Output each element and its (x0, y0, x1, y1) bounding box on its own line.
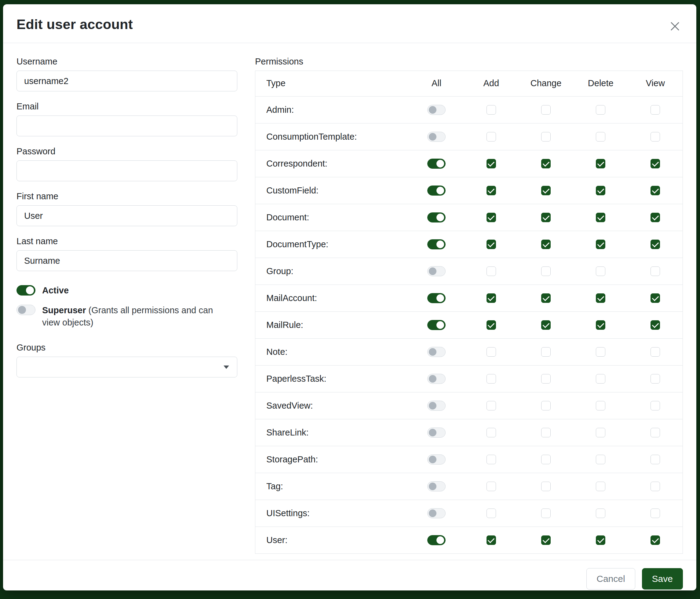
permission-view-checkbox[interactable] (651, 105, 660, 115)
permission-add-checkbox[interactable] (486, 159, 496, 168)
permission-view-checkbox[interactable] (651, 132, 660, 142)
permission-all-toggle[interactable] (427, 186, 446, 196)
permission-all-toggle[interactable] (427, 159, 446, 169)
permission-all-toggle[interactable] (427, 454, 446, 464)
permission-change-checkbox[interactable] (541, 293, 551, 303)
permission-view-checkbox[interactable] (651, 320, 660, 330)
permission-view-checkbox[interactable] (651, 482, 660, 491)
permission-view-checkbox[interactable] (651, 159, 660, 168)
email-input[interactable] (17, 116, 237, 136)
permission-view-checkbox[interactable] (651, 213, 660, 222)
permission-add-checkbox[interactable] (486, 240, 496, 249)
permission-delete-checkbox[interactable] (596, 347, 605, 357)
permission-change-checkbox[interactable] (541, 535, 551, 545)
permission-add-checkbox[interactable] (486, 347, 496, 357)
permission-view-checkbox[interactable] (651, 186, 660, 195)
permission-view-checkbox[interactable] (651, 266, 660, 276)
permission-all-toggle[interactable] (427, 535, 446, 545)
permission-delete-checkbox[interactable] (596, 428, 605, 437)
permission-delete-checkbox[interactable] (596, 320, 605, 330)
permission-all-toggle[interactable] (427, 428, 446, 438)
permission-change-checkbox[interactable] (541, 455, 551, 464)
permission-change-checkbox[interactable] (541, 105, 551, 115)
permission-add-checkbox[interactable] (486, 132, 496, 142)
permission-view-checkbox[interactable] (651, 508, 660, 518)
permission-add-checkbox[interactable] (486, 482, 496, 491)
permission-all-toggle[interactable] (427, 212, 446, 222)
permission-delete-checkbox[interactable] (596, 105, 605, 115)
permission-all-toggle[interactable] (427, 239, 446, 249)
permission-change-checkbox[interactable] (541, 374, 551, 384)
permission-all-toggle[interactable] (427, 347, 446, 357)
permission-add-checkbox[interactable] (486, 293, 496, 303)
permission-add-checkbox[interactable] (486, 508, 496, 518)
permission-change-checkbox[interactable] (541, 159, 551, 168)
modal-backdrop: Edit user account Username Email (0, 0, 700, 599)
permission-delete-checkbox[interactable] (596, 455, 605, 464)
permission-delete-checkbox[interactable] (596, 401, 605, 410)
permission-add-checkbox[interactable] (486, 105, 496, 115)
permission-change-checkbox[interactable] (541, 320, 551, 330)
permission-row: MailRule: (255, 312, 683, 339)
permission-change-checkbox[interactable] (541, 132, 551, 142)
permission-delete-checkbox[interactable] (596, 508, 605, 518)
username-input[interactable] (17, 71, 237, 91)
permission-add-checkbox[interactable] (486, 213, 496, 222)
permission-all-toggle[interactable] (427, 481, 446, 492)
permission-all-toggle[interactable] (427, 105, 446, 115)
permission-all-toggle[interactable] (427, 132, 446, 142)
permission-view-checkbox[interactable] (651, 240, 660, 249)
permission-change-checkbox[interactable] (541, 240, 551, 249)
permission-change-checkbox[interactable] (541, 213, 551, 222)
close-button[interactable] (668, 19, 682, 33)
permission-add-checkbox[interactable] (486, 266, 496, 276)
permission-change-checkbox[interactable] (541, 401, 551, 410)
permission-add-checkbox[interactable] (486, 428, 496, 437)
permission-delete-checkbox[interactable] (596, 213, 605, 222)
permission-change-checkbox[interactable] (541, 347, 551, 357)
chevron-down-icon (224, 365, 229, 369)
permission-view-checkbox[interactable] (651, 401, 660, 410)
permission-view-checkbox[interactable] (651, 374, 660, 384)
password-input[interactable] (17, 161, 237, 181)
permission-all-toggle[interactable] (427, 401, 446, 411)
permission-view-checkbox[interactable] (651, 535, 660, 545)
save-button[interactable]: Save (642, 568, 683, 590)
permission-delete-checkbox[interactable] (596, 159, 605, 168)
permission-view-checkbox[interactable] (651, 347, 660, 357)
permission-change-checkbox[interactable] (541, 508, 551, 518)
permission-view-checkbox[interactable] (651, 428, 660, 437)
last-name-input[interactable] (17, 250, 237, 271)
groups-select[interactable] (17, 357, 237, 378)
permission-all-toggle[interactable] (427, 266, 446, 276)
cancel-button[interactable]: Cancel (586, 568, 635, 590)
permission-all-toggle[interactable] (427, 374, 446, 384)
permission-add-checkbox[interactable] (486, 535, 496, 545)
permission-all-toggle[interactable] (427, 320, 446, 330)
permission-delete-checkbox[interactable] (596, 186, 605, 195)
permission-change-checkbox[interactable] (541, 482, 551, 491)
permission-change-checkbox[interactable] (541, 428, 551, 437)
permission-delete-checkbox[interactable] (596, 266, 605, 276)
permission-add-checkbox[interactable] (486, 401, 496, 410)
permission-delete-checkbox[interactable] (596, 132, 605, 142)
permission-change-checkbox[interactable] (541, 186, 551, 195)
permission-add-checkbox[interactable] (486, 320, 496, 330)
permission-view-checkbox[interactable] (651, 455, 660, 464)
superuser-toggle[interactable] (17, 305, 35, 315)
permission-add-checkbox[interactable] (486, 186, 496, 195)
toggle-knob (429, 106, 436, 114)
permission-delete-checkbox[interactable] (596, 482, 605, 491)
first-name-input[interactable] (17, 206, 237, 226)
permission-delete-checkbox[interactable] (596, 240, 605, 249)
permission-change-checkbox[interactable] (541, 266, 551, 276)
permission-delete-checkbox[interactable] (596, 374, 605, 384)
permission-all-toggle[interactable] (427, 293, 446, 303)
active-toggle[interactable] (17, 285, 35, 295)
permission-add-checkbox[interactable] (486, 374, 496, 384)
permission-delete-checkbox[interactable] (596, 293, 605, 303)
permission-view-checkbox[interactable] (651, 293, 660, 303)
permission-add-checkbox[interactable] (486, 455, 496, 464)
permission-delete-checkbox[interactable] (596, 535, 605, 545)
permission-all-toggle[interactable] (427, 508, 446, 518)
